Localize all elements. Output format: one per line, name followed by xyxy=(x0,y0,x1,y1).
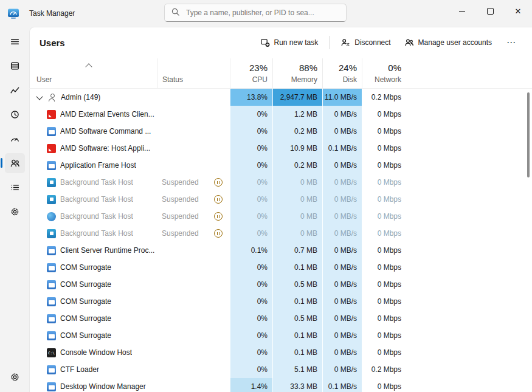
disk-cell: 0 MB/s xyxy=(322,157,362,174)
win-icon xyxy=(47,297,56,306)
table-row[interactable]: Background Task HostSuspended0%0 MB0 MB/… xyxy=(29,208,532,225)
task-manager-app-icon xyxy=(7,7,19,19)
status-cell: Suspended xyxy=(157,174,230,191)
table-row[interactable]: AMD External Events Clien...0%1.2 MB0 MB… xyxy=(29,106,532,123)
maximize-button[interactable] xyxy=(476,0,504,22)
win-icon xyxy=(47,314,56,323)
network-cell: 0 Mbps xyxy=(362,259,406,276)
startup-apps-icon xyxy=(10,134,20,144)
sidebar-item-settings[interactable] xyxy=(5,367,25,387)
table-row[interactable]: Desktop Window Manager1.4%33.3 MB0.1 MB/… xyxy=(29,378,532,392)
process-name-cell: COM Surrogate xyxy=(29,259,157,276)
table-row[interactable]: AMD Software Command ...0%0.2 MB0 MB/s0 … xyxy=(29,123,532,140)
table-row[interactable]: COM Surrogate0%0.1 MB0 MB/s0 Mbps xyxy=(29,327,532,344)
search-input[interactable] xyxy=(185,8,340,18)
process-name-cell: Application Frame Host xyxy=(29,157,157,174)
process-name-cell: Background Task Host xyxy=(29,191,157,208)
sidebar-item-processes[interactable] xyxy=(5,56,25,76)
network-cell: 0 Mbps xyxy=(362,378,406,392)
disconnect-label: Disconnect xyxy=(354,38,390,47)
network-cell: 0 Mbps xyxy=(362,293,406,310)
table-row[interactable]: COM Surrogate0%0.5 MB0 MB/s0 Mbps xyxy=(29,310,532,327)
sort-ascending-icon xyxy=(85,63,92,70)
memory-cell: 1.2 MB xyxy=(272,106,322,123)
table-row[interactable]: Admin (149)13.8%2,947.7 MB11.0 MB/s0.2 M… xyxy=(29,89,532,106)
cpu-cell: 0% xyxy=(230,123,272,140)
more-options-button[interactable]: ⋯ xyxy=(499,33,523,52)
disk-cell: 0.1 MB/s xyxy=(322,378,362,392)
memory-column-label: Memory xyxy=(291,75,317,84)
vertical-scrollbar[interactable] xyxy=(525,90,532,392)
run-new-task-button[interactable]: Run new task xyxy=(254,33,325,52)
cpu-cell: 0% xyxy=(230,259,272,276)
column-header-network[interactable]: 0% Network xyxy=(362,58,406,88)
sidebar-menu-button[interactable] xyxy=(5,32,25,52)
performance-icon xyxy=(10,85,20,95)
disk-total: 24% xyxy=(339,63,357,73)
disk-cell: 0.1 MB/s xyxy=(322,140,362,157)
status-cell xyxy=(157,123,230,140)
table-row[interactable]: Background Task HostSuspended0%0 MB0 MB/… xyxy=(29,191,532,208)
table-row[interactable]: COM Surrogate0%0.1 MB0 MB/s0 Mbps xyxy=(29,259,532,276)
column-header-memory[interactable]: 88% Memory xyxy=(272,58,322,88)
table-row[interactable]: Application Frame Host0%0.2 MB0 MB/s0 Mb… xyxy=(29,157,532,174)
column-header-status[interactable]: Status xyxy=(157,58,230,88)
memory-cell: 5.1 MB xyxy=(272,361,322,378)
minimize-button[interactable] xyxy=(448,0,476,22)
task-manager-window: Task Manager ✕ xyxy=(0,0,532,392)
manage-user-accounts-button[interactable]: Manage user accounts xyxy=(398,33,498,52)
column-header-user[interactable]: User xyxy=(29,58,157,88)
page-header: Users Run new task Disconnect Manage use… xyxy=(29,27,532,58)
win-icon xyxy=(47,331,56,340)
process-name: Client Server Runtime Proc... xyxy=(60,246,154,255)
status-cell xyxy=(157,259,230,276)
table-row[interactable]: C:\Console Window Host0%0.1 MB0 MB/s0 Mb… xyxy=(29,344,532,361)
column-header-cpu[interactable]: 23% CPU xyxy=(230,58,272,88)
process-name-cell: AMD External Events Clien... xyxy=(29,106,157,123)
cpu-cell: 0% xyxy=(230,225,272,242)
sidebar-item-performance[interactable] xyxy=(5,80,25,100)
search-box[interactable] xyxy=(164,4,347,22)
table-row[interactable]: Background Task HostSuspended0%0 MB0 MB/… xyxy=(29,174,532,191)
process-name: COM Surrogate xyxy=(60,263,111,272)
process-name-cell: COM Surrogate xyxy=(29,276,157,293)
toolbar-divider xyxy=(329,36,330,49)
cpu-cell: 0% xyxy=(230,157,272,174)
process-name-cell: C:\Console Window Host xyxy=(29,344,157,361)
column-header-disk[interactable]: 24% Disk xyxy=(322,58,362,88)
table-row[interactable]: CTF Loader0%5.1 MB0 MB/s0.2 Mbps xyxy=(29,361,532,378)
process-name-cell: COM Surrogate xyxy=(29,310,157,327)
table-row[interactable]: Background Task HostSuspended0%0 MB0 MB/… xyxy=(29,225,532,242)
table-row[interactable]: Client Server Runtime Proc...0.1%0.7 MB0… xyxy=(29,242,532,259)
memory-cell: 0.7 MB xyxy=(272,242,322,259)
table-row[interactable]: AMD Software: Host Appli...0%10.9 MB0.1 … xyxy=(29,140,532,157)
network-cell: 0 Mbps xyxy=(362,225,406,242)
scrollbar-thumb[interactable] xyxy=(527,92,530,177)
cpu-cell: 0% xyxy=(230,327,272,344)
sidebar-item-details[interactable] xyxy=(5,177,25,198)
process-name-cell: AMD Software: Host Appli... xyxy=(29,140,157,157)
process-name-cell: Background Task Host xyxy=(29,174,157,191)
win-icon xyxy=(47,365,56,374)
cpu-total: 23% xyxy=(249,63,268,73)
network-cell: 0 Mbps xyxy=(362,123,406,140)
memory-cell: 0.5 MB xyxy=(272,310,322,327)
network-cell: 0.2 Mbps xyxy=(362,89,406,106)
disk-cell: 11.0 MB/s xyxy=(322,89,362,106)
sidebar-item-services[interactable] xyxy=(5,202,25,222)
process-name: Application Frame Host xyxy=(60,161,136,170)
process-name-cell: Client Server Runtime Proc... xyxy=(29,242,157,259)
table-row[interactable]: COM Surrogate0%0.1 MB0 MB/s0 Mbps xyxy=(29,293,532,310)
close-button[interactable]: ✕ xyxy=(504,0,532,22)
cpu-cell: 13.8% xyxy=(230,89,272,106)
win-icon xyxy=(47,161,56,170)
cpu-cell: 0% xyxy=(230,208,272,225)
chevron-down-icon[interactable] xyxy=(36,93,43,100)
sidebar-item-app-history[interactable] xyxy=(5,105,25,125)
status-text: Suspended xyxy=(162,229,199,238)
sidebar-item-startup-apps[interactable] xyxy=(5,129,25,149)
table-row[interactable]: COM Surrogate0%0.5 MB0 MB/s0 Mbps xyxy=(29,276,532,293)
memory-cell: 0 MB xyxy=(272,174,322,191)
sidebar-item-users[interactable] xyxy=(5,153,25,173)
disconnect-button[interactable]: Disconnect xyxy=(334,33,396,52)
